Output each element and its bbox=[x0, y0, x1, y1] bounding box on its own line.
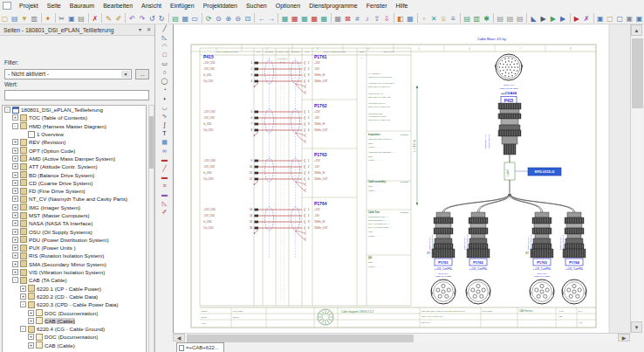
menu-einfügen[interactable]: Einfügen bbox=[166, 0, 199, 11]
toolbar-icon-16[interactable]: ↶ bbox=[127, 12, 137, 24]
toolbar-icon-50[interactable]: ▫ bbox=[419, 12, 428, 24]
toolbar-icon-47[interactable]: ◧ bbox=[395, 12, 405, 24]
menu-optionen[interactable]: Optionen bbox=[271, 0, 305, 11]
toolbar-icon-11[interactable]: ✗ bbox=[90, 12, 99, 24]
draw-tool-icon-1[interactable]: ◺ bbox=[159, 33, 170, 42]
toolbar-icon-66[interactable]: ▶ bbox=[558, 12, 567, 24]
toolbar-icon-69[interactable]: ✗ bbox=[581, 12, 591, 24]
tree-item[interactable]: -HMD (Harness Master Diagram) bbox=[3, 122, 146, 130]
filter-dropdown[interactable]: - Nicht aktiviert - ▼ bbox=[4, 69, 132, 79]
draw-tool-icon-10[interactable]: ∿ bbox=[159, 112, 170, 121]
tree-expander-icon[interactable]: + bbox=[12, 188, 18, 194]
tree-expander-icon[interactable]: + bbox=[12, 229, 18, 235]
toolbar-icon-1[interactable]: ▤ bbox=[10, 12, 19, 24]
tree-scrollbar[interactable] bbox=[148, 105, 154, 352]
tree-expander-icon[interactable]: + bbox=[12, 114, 18, 121]
toolbar-icon-55[interactable]: ▤ bbox=[462, 12, 472, 24]
tree-item[interactable]: +CAB (Cable) bbox=[3, 342, 146, 349]
toolbar-icon-45[interactable]: ⇩ bbox=[382, 12, 392, 24]
toolbar-icon-17[interactable]: ↷ bbox=[137, 12, 147, 24]
toolbar-icon-21[interactable]: ▤ bbox=[170, 12, 180, 24]
toolbar-icon-19[interactable]: ↻ bbox=[157, 12, 167, 24]
toolbar-icon-42[interactable]: # bbox=[353, 12, 362, 24]
tree-expander-icon[interactable]: + bbox=[12, 220, 18, 226]
horizontal-scrollbar[interactable]: ◀ ▶ bbox=[173, 333, 630, 342]
tree-item[interactable]: +PUX (Power Units ) bbox=[3, 244, 146, 252]
tree-expander-icon[interactable]: + bbox=[12, 139, 18, 145]
toolbar-icon-75[interactable]: ▣ bbox=[634, 12, 644, 24]
toolbar-icon-63[interactable]: ◣ bbox=[529, 12, 538, 24]
draw-tool-icon-2[interactable]: ◠ bbox=[159, 42, 170, 51]
toolbar-icon-48[interactable]: ▦ bbox=[405, 12, 414, 24]
toolbar-icon-25[interactable]: ⟳ bbox=[204, 12, 214, 24]
tree-item[interactable]: +VIS (Vibration Isolation System) bbox=[3, 268, 146, 276]
menu-seite[interactable]: Seite bbox=[43, 0, 65, 11]
scroll-up-icon[interactable]: ▲ bbox=[631, 24, 642, 36]
tree-item[interactable]: +CAB (Cable) bbox=[3, 317, 146, 325]
toolbar-icon-43[interactable]: ♪ bbox=[362, 12, 372, 24]
tree-item[interactable]: +IMG (Imager System) bbox=[3, 204, 146, 211]
draw-tool-icon-20[interactable]: ◺ bbox=[159, 199, 170, 208]
draw-tool-icon-15[interactable]: ▬ bbox=[159, 155, 170, 164]
tree-expander-icon[interactable]: + bbox=[12, 237, 18, 243]
toolbar-icon-3[interactable]: ▥ bbox=[30, 12, 39, 24]
tree-item[interactable]: +OPT (Option Code) bbox=[3, 146, 146, 154]
toolbar-icon-68[interactable]: ▶ bbox=[572, 12, 581, 24]
toolbar-icon-22[interactable]: ▦ bbox=[181, 12, 190, 24]
draw-tool-icon-0[interactable]: ╱ bbox=[159, 24, 170, 33]
toolbar-icon-7[interactable]: ✂ bbox=[57, 12, 66, 24]
toolbar-icon-72[interactable]: ▢ bbox=[605, 12, 614, 24]
draw-tool-icon-9[interactable]: ◡ bbox=[159, 103, 170, 112]
toolbar-icon-60[interactable]: ▤ bbox=[505, 12, 515, 24]
scroll-down-icon[interactable]: ▼ bbox=[631, 321, 642, 333]
draw-tool-icon-6[interactable]: ◯ bbox=[159, 77, 170, 86]
toolbar-icon-57[interactable]: ✱ bbox=[482, 12, 491, 24]
vertical-scroll-thumb[interactable] bbox=[632, 38, 643, 108]
tree-item[interactable]: +RIS (Rotation Isolation System) bbox=[3, 252, 146, 259]
toolbar-icon-44[interactable]: ⇧ bbox=[372, 12, 381, 24]
horizontal-scroll-thumb[interactable] bbox=[187, 335, 414, 342]
scroll-right-icon[interactable]: ▶ bbox=[618, 334, 630, 342]
toolbar-icon-40[interactable]: ▦ bbox=[333, 12, 343, 24]
menu-hilfe[interactable]: Hilfe bbox=[392, 0, 413, 11]
draw-tool-icon-17[interactable]: ▬ bbox=[159, 173, 170, 182]
toolbar-icon-36[interactable]: ▦ bbox=[299, 12, 309, 24]
tree-item[interactable]: +MST (Master Computers) bbox=[3, 211, 146, 219]
tree-expander-icon[interactable]: + bbox=[12, 269, 18, 275]
tree-item[interactable]: +DOC (Documentation) bbox=[3, 333, 146, 341]
draw-tool-icon-14[interactable]: ∞ bbox=[159, 147, 170, 155]
toolbar-icon-14[interactable]: ✐ bbox=[113, 12, 123, 24]
toolbar-icon-32[interactable]: → bbox=[266, 12, 276, 24]
wert-input[interactable] bbox=[4, 90, 149, 100]
tree-expander-icon[interactable]: + bbox=[12, 212, 18, 218]
tree-expander-icon[interactable]: + bbox=[20, 286, 26, 292]
tree-expander-icon[interactable]: - bbox=[20, 301, 26, 307]
schematic-canvas[interactable]: 12345678SIGNAL DESCRIPTIONPINSCREENCABLE… bbox=[179, 24, 631, 333]
menu-ansicht[interactable]: Ansicht bbox=[137, 0, 166, 11]
tree-expander-icon[interactable]: + bbox=[28, 310, 34, 316]
menu-suchen[interactable]: Suchen bbox=[242, 0, 271, 11]
draw-tool-icon-5[interactable]: ○ bbox=[159, 68, 170, 77]
toolbar-icon-59[interactable]: ▤ bbox=[496, 12, 505, 24]
toolbar-icon-0[interactable]: ▢ bbox=[0, 12, 10, 24]
toolbar-icon-9[interactable]: ▤ bbox=[77, 12, 86, 24]
tree-expander-icon[interactable]: + bbox=[28, 318, 34, 324]
draw-tool-icon-16[interactable]: ╱ bbox=[159, 164, 170, 173]
chevron-down-icon[interactable]: ▼ bbox=[121, 71, 130, 78]
tree-expander-icon[interactable]: - bbox=[4, 107, 10, 113]
toolbar-icon-61[interactable]: ▤ bbox=[515, 12, 524, 24]
tree-item[interactable]: +ATT (Attitude Contr. System) bbox=[3, 162, 146, 170]
toolbar-icon-31[interactable]: ← bbox=[257, 12, 266, 24]
toolbar-icon-53[interactable]: ≡ bbox=[449, 12, 458, 24]
menu-dienstprogramme[interactable]: Dienstprogramme bbox=[305, 0, 362, 11]
toolbar-icon-37[interactable]: ▦ bbox=[310, 12, 319, 24]
tree-expander-icon[interactable]: + bbox=[28, 342, 34, 349]
tree-expander-icon[interactable]: + bbox=[12, 245, 18, 251]
toolbar-icon-41[interactable]: ⊠ bbox=[343, 12, 353, 24]
page-tab[interactable]: =+CAB+622... bbox=[176, 342, 224, 352]
draw-tool-icon-12[interactable]: T bbox=[159, 129, 170, 138]
tree-item[interactable]: -CAB (TA Cable) bbox=[3, 276, 146, 284]
panel-collapse-icon[interactable]: ▾ bbox=[136, 26, 144, 34]
draw-tool-icon-18[interactable]: ≡ bbox=[159, 182, 170, 190]
toolbar-icon-64[interactable]: ▶ bbox=[538, 12, 548, 24]
